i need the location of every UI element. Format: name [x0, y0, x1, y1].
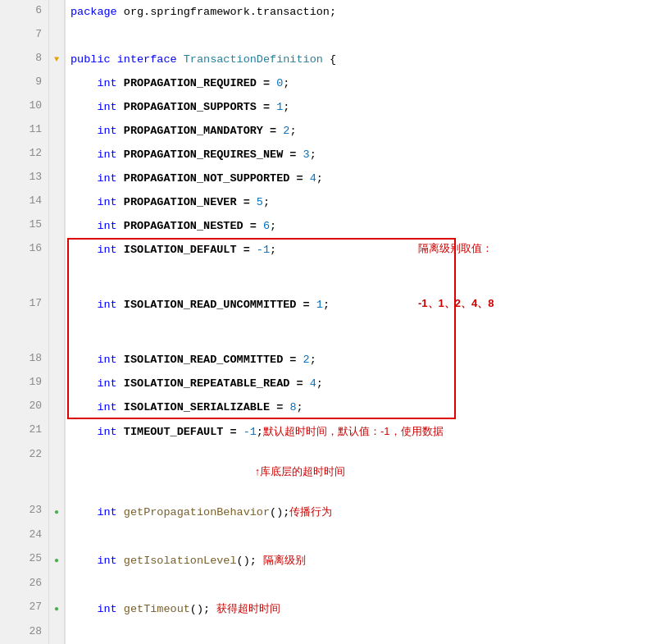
- line-number-9: 9: [0, 71, 49, 95]
- line-12: 12 int PROPAGATION_REQUIRES_NEW = 3;: [0, 143, 669, 167]
- line-13: 13 int PROPAGATION_NOT_SUPPORTED = 4;: [0, 167, 669, 190]
- method-getIsolationLevel: getIsolationLevel: [124, 555, 237, 567]
- kw-int-13: int: [97, 172, 116, 185]
- line-17: 17 int ISOLATION_READ_UNCOMMITTED = 1; -…: [0, 293, 669, 348]
- num-4-19: 4: [310, 377, 316, 390]
- gutter-16: [49, 238, 66, 293]
- line-number-14: 14: [0, 190, 49, 214]
- kw-public-8: public: [71, 53, 111, 66]
- const-ISOLATION-READ-COMMITTED: ISOLATION_READ_COMMITTED =: [124, 354, 303, 366]
- line-number-22: 22: [0, 444, 49, 500]
- line-number-13: 13: [0, 167, 49, 190]
- line-content-28: [66, 621, 669, 644]
- const-PROPAGATION-SUPPORTS: PROPAGATION_SUPPORTS =: [124, 101, 276, 113]
- const-PROPAGATION-NEVER: PROPAGATION_NEVER =: [124, 196, 257, 208]
- gutter-28: [49, 621, 66, 644]
- line-number-21: 21: [0, 419, 49, 444]
- kw-int-19: int: [97, 377, 116, 390]
- gutter-20: [49, 395, 66, 419]
- line-24: 24: [0, 524, 669, 548]
- line-content-12: int PROPAGATION_REQUIRES_NEW = 3;: [66, 143, 669, 167]
- isolation-annotation-title: 隔离级别取值：: [418, 240, 493, 256]
- line-number-27: 27: [0, 596, 49, 621]
- propagation-comment: 传播行为: [289, 505, 332, 518]
- line-number-11: 11: [0, 119, 49, 143]
- const-PROPAGATION-MANDATORY: PROPAGATION_MANDATORY =: [124, 125, 283, 137]
- num-neg1-21: -1: [243, 426, 257, 438]
- line-number-19: 19: [0, 372, 49, 395]
- gutter-13: [49, 167, 66, 190]
- line-number-6: 6: [0, 0, 49, 24]
- kw-int-23: int: [97, 506, 116, 518]
- line-content-20: int ISOLATION_SERIALIZABLE = 8;: [66, 395, 669, 419]
- line-content-25: int getIsolationLevel(); 隔离级别: [66, 548, 669, 573]
- gutter-23: ●: [49, 500, 66, 524]
- gutter-12: [49, 143, 66, 167]
- line-27: 27 ● int getTimeout(); 获得超时时间: [0, 596, 669, 621]
- line-9: 9 int PROPAGATION_REQUIRED = 0;: [0, 71, 669, 95]
- line-number-7: 7: [0, 24, 49, 48]
- gutter-19: [49, 372, 66, 395]
- line-number-26: 26: [0, 573, 49, 596]
- line-23: 23 ● int getPropagationBehavior();传播行为: [0, 500, 669, 524]
- gutter-18: [49, 348, 66, 372]
- line-content-18: int ISOLATION_READ_COMMITTED = 2;: [66, 348, 669, 372]
- line-6: 6 package org.springframework.transactio…: [0, 0, 669, 24]
- kw-int-10: int: [97, 101, 116, 113]
- kw-int-21: int: [97, 426, 116, 438]
- timeout-comment-inline: 获得超时时间: [216, 602, 280, 614]
- keyword-package: package: [71, 6, 117, 18]
- line-content-27: int getTimeout(); 获得超时时间: [66, 596, 669, 621]
- gutter-25: ●: [49, 548, 66, 573]
- const-PROPAGATION-NOT-SUPPORTED: PROPAGATION_NOT_SUPPORTED =: [124, 172, 310, 185]
- line-content-9: int PROPAGATION_REQUIRED = 0;: [66, 71, 669, 95]
- gutter-6: [49, 0, 66, 24]
- line-26: 26: [0, 573, 669, 596]
- line-content-19: int ISOLATION_REPEATABLE_READ = 4;: [66, 372, 669, 395]
- kw-int-27: int: [97, 603, 116, 615]
- num-2: 2: [283, 125, 289, 137]
- method-getTimeout: getTimeout: [124, 603, 190, 615]
- const-ISOLATION-DEFAULT: ISOLATION_DEFAULT =: [124, 244, 257, 256]
- line-content-22: ↑库底层的超时时间: [66, 444, 669, 500]
- code-editor: 6 package org.springframework.transactio…: [0, 0, 669, 644]
- const-ISOLATION-SERIALIZABLE: ISOLATION_SERIALIZABLE =: [124, 401, 290, 413]
- line-content-15: int PROPAGATION_NESTED = 6;: [66, 214, 669, 238]
- isolation-level-comment: 隔离级别: [263, 554, 306, 566]
- gutter-14: [49, 190, 66, 214]
- line-number-18: 18: [0, 348, 49, 372]
- line-content-24: [66, 524, 669, 548]
- gutter-7: [49, 24, 66, 48]
- line-18: 18 int ISOLATION_READ_COMMITTED = 2;: [0, 348, 669, 372]
- num-6: 6: [263, 220, 270, 232]
- num-5: 5: [257, 196, 263, 208]
- isolation-annotation-values: -1、1、2、4、8: [418, 295, 494, 311]
- gutter-21: [49, 419, 66, 444]
- num-1: 1: [276, 101, 283, 113]
- kw-int-15: int: [97, 220, 116, 232]
- line-25: 25 ● int getIsolationLevel(); 隔离级别: [0, 548, 669, 573]
- class-TransactionDefinition: TransactionDefinition: [184, 53, 323, 66]
- line-content-8: public interface TransactionDefinition {: [66, 48, 669, 71]
- timeout-comment: 默认超时时间，默认值：-1，使用数据: [263, 425, 444, 437]
- num-8-20: 8: [289, 401, 296, 413]
- const-ISOLATION-READ-UNCOMMITTED: ISOLATION_READ_UNCOMMITTED =: [124, 299, 316, 311]
- gutter-22: [49, 444, 66, 500]
- line-number-23: 23: [0, 500, 49, 524]
- num-3: 3: [303, 148, 310, 161]
- kw-int-9: int: [97, 77, 116, 89]
- method-getPropagationBehavior: getPropagationBehavior: [124, 506, 270, 518]
- num-2-18: 2: [303, 354, 310, 366]
- kw-interface-8: interface: [117, 53, 177, 66]
- redbox-region: 16 int ISOLATION_DEFAULT = -1; 隔离级别取值： 1…: [0, 238, 669, 419]
- gutter-10: [49, 95, 66, 119]
- line-19: 19 int ISOLATION_REPEATABLE_READ = 4;: [0, 372, 669, 395]
- line-20: 20 int ISOLATION_SERIALIZABLE = 8;: [0, 395, 669, 419]
- line-number-10: 10: [0, 95, 49, 119]
- line-content-16: int ISOLATION_DEFAULT = -1; 隔离级别取值：: [66, 238, 669, 293]
- gutter-24: [49, 524, 66, 548]
- gutter-11: [49, 119, 66, 143]
- line-22: 22 ↑库底层的超时时间: [0, 444, 669, 500]
- line-7: 7: [0, 24, 669, 48]
- gutter-27: ●: [49, 596, 66, 621]
